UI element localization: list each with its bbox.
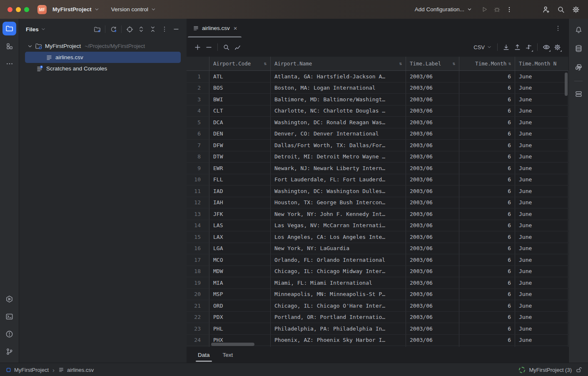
breadcrumb-file[interactable]: airlines.csv: [67, 367, 94, 373]
cell-month[interactable]: 6: [459, 185, 515, 197]
find-button[interactable]: [221, 42, 232, 53]
cell-name[interactable]: Las Vegas, NV: McCarran Internati…: [271, 220, 406, 231]
cell-month[interactable]: 6: [459, 220, 515, 231]
cell-label[interactable]: 2003/06: [406, 185, 459, 197]
close-window-button[interactable]: [7, 7, 12, 12]
cell-month-name[interactable]: June: [515, 254, 568, 266]
column-header-time-label[interactable]: Time.Label ⇅: [406, 57, 459, 70]
interpreter-label[interactable]: MyFirstProject (3): [529, 367, 572, 373]
horizontal-scrollbar[interactable]: [211, 343, 254, 346]
cell-name[interactable]: Newark, NJ: Newark Liberty Intern…: [271, 163, 406, 174]
cell-code[interactable]: DEN: [209, 128, 271, 140]
cell-code[interactable]: DTW: [209, 151, 271, 163]
cell-label[interactable]: 2003/06: [406, 254, 459, 266]
problems-toolwindow-button[interactable]: [2, 327, 16, 341]
project-widget[interactable]: MF MyFirstProject: [37, 5, 100, 14]
cell-code[interactable]: CLT: [209, 105, 271, 117]
cell-month[interactable]: 6: [459, 128, 515, 140]
cell-code[interactable]: MCO: [209, 254, 271, 266]
row-number[interactable]: 1: [187, 71, 209, 82]
cell-month[interactable]: 6: [459, 300, 515, 311]
cell-code[interactable]: IAH: [209, 197, 271, 208]
cell-code[interactable]: LGA: [209, 243, 271, 254]
cell-label[interactable]: 2003/06: [406, 289, 459, 300]
search-everywhere-button[interactable]: [555, 3, 567, 16]
cell-name[interactable]: Charlotte, NC: Charlotte Douglas …: [271, 105, 406, 117]
settings-button[interactable]: [570, 3, 582, 16]
cell-month[interactable]: 6: [459, 277, 515, 288]
sort-icon[interactable]: ⇅: [452, 61, 455, 66]
import-data-button[interactable]: [501, 42, 512, 53]
cell-month[interactable]: 6: [459, 174, 515, 185]
row-number[interactable]: 8: [187, 151, 209, 163]
cell-code[interactable]: ATL: [209, 71, 271, 82]
cell-month-name[interactable]: June: [515, 208, 568, 220]
cell-month-name[interactable]: June: [515, 197, 568, 208]
cell-month-name[interactable]: June: [515, 346, 568, 347]
cell-label[interactable]: 2003/06: [406, 197, 459, 208]
data-settings-button[interactable]: [552, 42, 563, 53]
run-button[interactable]: [478, 3, 491, 16]
extractor-format-select[interactable]: CSV: [471, 44, 494, 50]
delete-row-button[interactable]: [203, 42, 214, 53]
cell-label[interactable]: 2003/06: [406, 335, 459, 346]
cell-month-name[interactable]: June: [515, 335, 568, 346]
tab-data[interactable]: Data: [197, 348, 211, 362]
row-number[interactable]: 24: [187, 335, 209, 346]
cell-month-name[interactable]: June: [515, 312, 568, 323]
cell-name[interactable]: Chicago, IL: Chicago Midway Inter…: [271, 266, 406, 277]
cell-label[interactable]: 2003/06: [406, 346, 459, 347]
cell-name[interactable]: Houston, TX: George Bush Intercon…: [271, 197, 406, 208]
more-actions-button[interactable]: [503, 3, 516, 16]
row-number[interactable]: 9: [187, 163, 209, 174]
hide-toolwindow-button[interactable]: [171, 24, 182, 35]
cell-code[interactable]: DCA: [209, 117, 271, 128]
column-header-airport-code[interactable]: Airport.Code ⇅: [209, 57, 271, 70]
cell-name[interactable]: Boston, MA: Logan International: [271, 83, 406, 94]
vertical-scrollbar[interactable]: [565, 73, 568, 96]
cell-label[interactable]: 2003/06: [406, 312, 459, 323]
row-number[interactable]: 4: [187, 105, 209, 117]
row-number[interactable]: 14: [187, 220, 209, 231]
row-number[interactable]: 5: [187, 117, 209, 128]
cell-name[interactable]: Detroit, MI: Detroit Metro Wayne …: [271, 151, 406, 163]
row-number[interactable]: 23: [187, 323, 209, 334]
sort-icon[interactable]: ⇅: [508, 61, 511, 66]
row-number[interactable]: 7: [187, 140, 209, 151]
chart-view-button[interactable]: [232, 42, 243, 53]
vcs-toolwindow-button[interactable]: [2, 345, 16, 358]
cell-label[interactable]: 2003/06: [406, 174, 459, 185]
tab-airlines-csv[interactable]: airlines.csv ×: [187, 19, 243, 38]
cell-label[interactable]: 2003/06: [406, 105, 459, 117]
row-number[interactable]: 22: [187, 312, 209, 323]
cell-name[interactable]: New York, NY: LaGuardia: [271, 243, 406, 254]
cell-month-name[interactable]: June: [515, 83, 568, 94]
sort-icon[interactable]: ⇅: [264, 61, 267, 66]
cell-month[interactable]: 6: [459, 323, 515, 334]
cell-code[interactable]: JFK: [209, 208, 271, 220]
cell-month[interactable]: 6: [459, 197, 515, 208]
cell-month[interactable]: 6: [459, 94, 515, 105]
cell-code[interactable]: DFW: [209, 140, 271, 151]
cell-label[interactable]: 2003/06: [406, 243, 459, 254]
cell-label[interactable]: 2003/06: [406, 151, 459, 163]
cell-code[interactable]: ORD: [209, 300, 271, 311]
cell-month[interactable]: 6: [459, 266, 515, 277]
cell-code[interactable]: SAN: [209, 346, 271, 347]
cell-name[interactable]: Miami, FL: Miami International: [271, 277, 406, 288]
cell-name[interactable]: Atlanta, GA: Hartsfield-Jackson A…: [271, 71, 406, 82]
select-opened-file-button[interactable]: [124, 24, 135, 35]
cell-code[interactable]: LAX: [209, 231, 271, 243]
collapse-all-button[interactable]: [147, 24, 158, 35]
cell-month-name[interactable]: June: [515, 128, 568, 140]
vcs-widget[interactable]: Version control: [111, 6, 156, 13]
row-number[interactable]: 10: [187, 174, 209, 185]
files-title-dropdown[interactable]: Files: [26, 26, 46, 33]
cell-month[interactable]: 6: [459, 117, 515, 128]
cell-code[interactable]: LAS: [209, 220, 271, 231]
cell-label[interactable]: 2003/06: [406, 277, 459, 288]
debug-button[interactable]: [491, 3, 503, 16]
row-number[interactable]: 3: [187, 94, 209, 105]
cell-code[interactable]: IAD: [209, 185, 271, 197]
cell-label[interactable]: 2003/06: [406, 83, 459, 94]
